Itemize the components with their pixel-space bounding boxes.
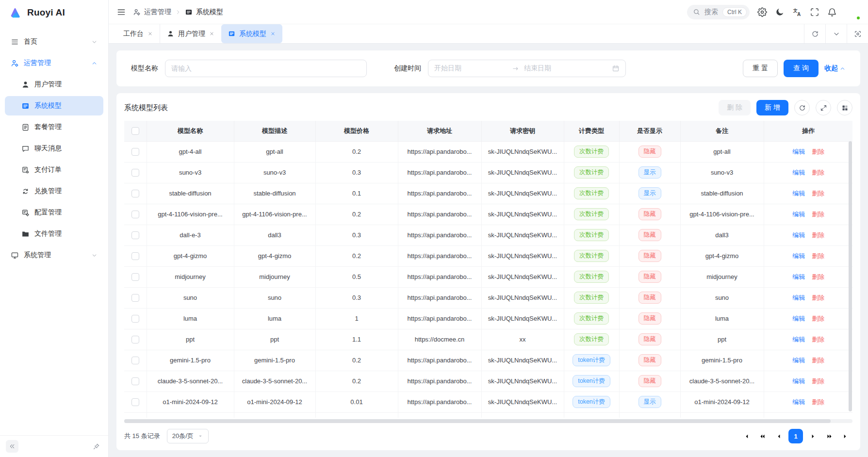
- edit-link[interactable]: 编辑: [792, 357, 805, 364]
- delete-link[interactable]: 删除: [812, 148, 824, 155]
- edit-link[interactable]: 编辑: [792, 294, 805, 301]
- sidebar-item-file-management[interactable]: 文件管理: [5, 224, 103, 244]
- collapse-filter-link[interactable]: 收起: [824, 64, 846, 73]
- visibility-cell: 隐藏: [619, 371, 680, 392]
- edit-link[interactable]: 编辑: [792, 148, 805, 155]
- pagination-next-group-icon[interactable]: [822, 429, 836, 443]
- tab-user-management[interactable]: 用户管理: [160, 24, 221, 43]
- row-checkbox[interactable]: [131, 211, 139, 218]
- sidebar-item-home[interactable]: 首页: [5, 32, 103, 51]
- delete-link[interactable]: 删除: [812, 190, 824, 197]
- row-checkbox[interactable]: [131, 273, 139, 281]
- breadcrumb-operations[interactable]: 运营管理: [133, 8, 171, 16]
- delete-link[interactable]: 删除: [812, 336, 824, 343]
- edit-link[interactable]: 编辑: [792, 273, 805, 280]
- row-checkbox[interactable]: [131, 231, 139, 239]
- row-checkbox[interactable]: [131, 336, 139, 343]
- table-footer: 共 15 条记录 20条/页 1: [124, 423, 852, 443]
- edit-link[interactable]: 编辑: [792, 377, 805, 385]
- breadcrumb-system-model[interactable]: 系统模型: [185, 8, 223, 16]
- sidebar-item-operations[interactable]: 运营管理: [5, 53, 103, 73]
- delete-link[interactable]: 删除: [812, 315, 824, 322]
- reset-button[interactable]: 重 置: [743, 60, 778, 77]
- edit-link[interactable]: 编辑: [792, 336, 805, 343]
- model-desc-cell: gpt-all: [234, 141, 315, 162]
- search-button[interactable]: 查 询: [784, 60, 819, 77]
- delete-link[interactable]: 删除: [812, 377, 824, 385]
- tab-menu-button[interactable]: [825, 24, 847, 43]
- pagination-page-1[interactable]: 1: [788, 429, 803, 443]
- create-time-range[interactable]: 开始日期 结束日期: [428, 60, 626, 77]
- visibility-badge: 隐藏: [639, 312, 661, 325]
- horizontal-scrollbar-thumb[interactable]: [124, 419, 831, 423]
- user-avatar[interactable]: [845, 4, 860, 20]
- page-size-select[interactable]: 20条/页: [167, 429, 209, 443]
- sidebar-item-payment-orders[interactable]: 支付订单: [5, 160, 103, 180]
- model-desc-cell: suno: [234, 287, 315, 308]
- row-checkbox[interactable]: [131, 377, 139, 385]
- sidebar-collapse-icon[interactable]: [6, 440, 18, 453]
- tab-workbench[interactable]: 工作台: [116, 24, 160, 43]
- horizontal-scrollbar[interactable]: [124, 419, 852, 423]
- pagination-next-icon[interactable]: [806, 429, 819, 443]
- sidebar-item-chat-messages[interactable]: 聊天消息: [5, 139, 103, 158]
- delete-link[interactable]: 删除: [812, 294, 824, 301]
- dark-mode-icon[interactable]: [775, 7, 785, 17]
- row-checkbox[interactable]: [131, 190, 139, 197]
- tab-refresh-button[interactable]: [804, 24, 825, 43]
- row-checkbox[interactable]: [131, 398, 139, 406]
- pagination-last-icon[interactable]: [839, 429, 852, 443]
- notifications-icon[interactable]: [827, 7, 837, 17]
- row-checkbox[interactable]: [131, 315, 139, 323]
- row-checkbox[interactable]: [131, 294, 139, 302]
- close-icon[interactable]: [209, 31, 214, 36]
- edit-link[interactable]: 编辑: [792, 169, 805, 176]
- sidebar-item-system-model[interactable]: 系统模型: [5, 96, 103, 115]
- vertical-scrollbar[interactable]: [849, 141, 852, 417]
- delete-link[interactable]: 删除: [812, 231, 824, 239]
- sidebar-item-system-management[interactable]: 系统管理: [5, 245, 103, 265]
- request-url-cell: https://api.pandarobo...: [398, 141, 481, 162]
- edit-link[interactable]: 编辑: [792, 211, 805, 218]
- select-all-checkbox[interactable]: [131, 127, 139, 135]
- table-columns-button[interactable]: [837, 100, 852, 115]
- delete-link[interactable]: 删除: [812, 357, 824, 364]
- tab-maximize-button[interactable]: [847, 24, 868, 43]
- close-icon[interactable]: [270, 31, 276, 36]
- vertical-scrollbar-thumb[interactable]: [849, 141, 852, 411]
- sidebar-item-package-management[interactable]: 套餐管理: [5, 117, 103, 137]
- edit-link[interactable]: 编辑: [792, 190, 805, 197]
- language-icon[interactable]: 文A: [792, 7, 802, 17]
- pagination-prev-icon[interactable]: [772, 429, 786, 443]
- table-refresh-button[interactable]: [794, 100, 810, 115]
- pagination-prev-group-icon[interactable]: [755, 429, 769, 443]
- tab-system-model[interactable]: 系统模型: [221, 24, 282, 43]
- sidebar-item-user-management[interactable]: 用户管理: [5, 75, 103, 94]
- delete-link[interactable]: 删除: [812, 252, 824, 260]
- sidebar-toggle-icon[interactable]: [116, 7, 126, 17]
- delete-link[interactable]: 删除: [812, 211, 824, 218]
- delete-button[interactable]: 删 除: [719, 100, 751, 115]
- global-search[interactable]: 搜索 Ctrl K: [687, 5, 750, 19]
- add-button[interactable]: 新 增: [756, 100, 788, 115]
- model-name-input[interactable]: [165, 60, 367, 77]
- row-checkbox[interactable]: [131, 148, 139, 156]
- settings-icon[interactable]: [757, 7, 767, 17]
- pagination-first-icon[interactable]: [739, 429, 753, 443]
- table-fullscreen-button[interactable]: [816, 100, 831, 115]
- edit-link[interactable]: 编辑: [792, 252, 805, 260]
- delete-link[interactable]: 删除: [812, 398, 824, 406]
- edit-link[interactable]: 编辑: [792, 398, 805, 406]
- delete-link[interactable]: 删除: [812, 273, 824, 280]
- sidebar-item-exchange-management[interactable]: 兑换管理: [5, 181, 103, 201]
- row-checkbox[interactable]: [131, 357, 139, 364]
- delete-link[interactable]: 删除: [812, 169, 824, 176]
- fullscreen-icon[interactable]: [810, 7, 819, 17]
- edit-link[interactable]: 编辑: [792, 315, 805, 322]
- close-icon[interactable]: [147, 31, 153, 36]
- sidebar-pin-icon[interactable]: [90, 440, 102, 453]
- sidebar-item-config-management[interactable]: 配置管理: [5, 203, 103, 222]
- edit-link[interactable]: 编辑: [792, 231, 805, 239]
- row-checkbox[interactable]: [131, 252, 139, 260]
- row-checkbox[interactable]: [131, 169, 139, 177]
